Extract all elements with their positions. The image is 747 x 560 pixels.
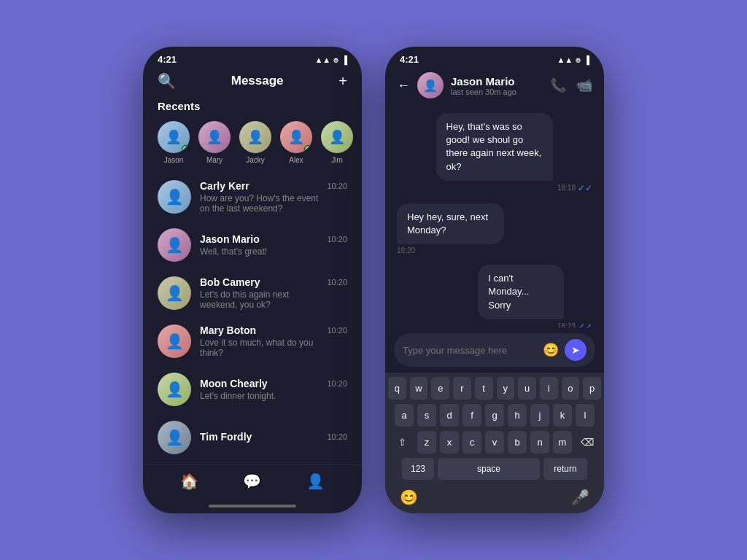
recent-avatar-mary: 👤 [198,121,231,153]
key-r[interactable]: r [453,377,471,400]
wifi-icon: ⌾ [576,55,581,64]
key-space[interactable]: space [438,458,540,480]
key-j[interactable]: j [530,404,549,427]
key-m[interactable]: m [553,431,572,454]
home-indicator [209,505,296,508]
conv-avatar: 👤 [158,180,191,214]
conv-time: 10:20 [327,278,347,287]
input-area: 😊 ➤ [385,327,604,373]
recent-avatar-jacky: 👤 [239,121,271,153]
key-l[interactable]: l [576,404,595,427]
conv-item-tim[interactable]: 👤 Tim Fordly 10:20 [143,413,362,462]
chat-header-info: Jason Mario last seen 30m ago [451,75,543,96]
add-icon[interactable]: + [338,73,347,90]
battery-icon: ▐ [584,55,589,64]
back-button[interactable]: ← [397,78,410,93]
send-button[interactable]: ➤ [565,339,587,361]
key-g[interactable]: g [485,404,504,427]
call-icon[interactable]: 📞 [550,77,566,93]
message-bubble: Hey, that's was so good! we shoul go the… [436,113,554,181]
chat-contact-name: Jason Mario [451,75,543,88]
conv-item-bob[interactable]: 👤 Bob Camery 10:20 Let's do this again n… [143,269,362,317]
wifi-icon: ⌾ [333,55,338,64]
search-icon[interactable]: 🔍 [158,72,176,90]
bottom-nav: 🏠 💬 👤 [143,464,362,505]
recent-item[interactable]: 👤 Mary [198,121,231,164]
video-icon[interactable]: 📹 [576,77,592,93]
message-nav-icon[interactable]: 💬 [243,472,261,490]
key-o[interactable]: o [562,377,580,400]
key-y[interactable]: y [497,377,515,400]
conv-name: Jason Mario [200,233,260,245]
key-u[interactable]: u [518,377,536,400]
chat-header-avatar: 👤 [417,72,444,98]
key-z[interactable]: z [417,431,436,454]
recent-name: Jacky [246,156,265,164]
chat-messages: Hey, that's was so good! we shoul go the… [385,106,604,327]
keyboard[interactable]: q w e r t y u i o p a s d f g h j k l ⇧ … [385,373,604,513]
key-n[interactable]: n [530,431,549,454]
key-backspace[interactable]: ⌫ [576,431,599,454]
conv-item-carly[interactable]: 👤 Carly Kerr 10:20 How are you? How's th… [143,173,362,221]
key-p[interactable]: p [583,377,601,400]
key-return[interactable]: return [543,458,587,480]
left-phone: 4:21 ▲▲ ⌾ ▐ 🔍 Message + Recents 👤 Jason … [143,47,362,513]
recents-scroll: 👤 Jason 👤 Mary 👤 Jacky 👤 Alex [143,118,362,173]
signal-icon: ▲▲ [557,55,573,64]
conv-time: 10:20 [327,182,347,190]
battery-icon: ▐ [341,55,347,64]
key-f[interactable]: f [462,404,481,427]
recent-name: Alex [289,156,303,164]
conversation-list: 👤 Carly Kerr 10:20 How are you? How's th… [143,173,362,464]
chat-header: ← 👤 Jason Mario last seen 30m ago 📞 📹 [385,68,604,106]
message-received-1: Hey hey, sure, next Monday? 18:20 [397,203,540,254]
emoji-button[interactable]: 😊 [543,342,559,358]
key-a[interactable]: a [395,404,414,427]
conv-time: 10:20 [327,379,347,388]
conv-info: Bob Camery 10:20 Let's do this again nex… [200,276,347,310]
conv-item-moon[interactable]: 👤 Moon Chearly 10:20 Let's dinner tonigh… [143,365,362,413]
message-sent-2: I can't Monday... Sorry 18:23 ✓✓ [478,265,592,327]
key-shift[interactable]: ⇧ [390,431,414,454]
key-e[interactable]: e [431,377,449,400]
recent-item[interactable]: 👤 Jason [158,121,190,164]
key-numbers[interactable]: 123 [402,458,434,480]
key-b[interactable]: b [508,431,527,454]
signal-icons-right: ▲▲ ⌾ ▐ [557,55,589,64]
key-k[interactable]: k [553,404,572,427]
conv-avatar: 👤 [158,276,191,310]
recent-item[interactable]: 👤 Jacky [239,121,271,164]
chat-header-actions: 📞 📹 [550,77,592,93]
conv-preview: Love it so much, what do you think? [200,338,324,358]
home-nav-icon[interactable]: 🏠 [180,472,198,490]
key-s[interactable]: s [417,404,436,427]
key-d[interactable]: d [440,404,459,427]
time-right: 4:21 [400,54,419,65]
kb-emoji-icon[interactable]: 😊 [400,489,418,506]
recent-avatar-alex: 👤 [280,121,312,153]
conv-avatar: 👤 [158,373,191,406]
message-input[interactable] [403,345,537,356]
read-receipt: ✓✓ [578,183,592,193]
key-w[interactable]: w [410,377,428,400]
recent-item[interactable]: 👤 Alex [280,121,312,164]
conv-info: Tim Fordly 10:20 [200,431,347,444]
conv-name: Moon Chearly [200,378,268,389]
conv-info: Jason Mario 10:20 Well, that's great! [200,233,347,257]
conv-item-mary[interactable]: 👤 Mary Boton 10:20 Love it so much, what… [143,317,362,365]
recent-name: Jason [164,156,184,164]
key-t[interactable]: t [475,377,493,400]
key-i[interactable]: i [540,377,558,400]
conv-item-jason[interactable]: 👤 Jason Mario 10:20 Well, that's great! [143,221,362,269]
key-x[interactable]: x [440,431,459,454]
time-left: 4:21 [158,54,177,65]
key-h[interactable]: h [508,404,527,427]
profile-nav-icon[interactable]: 👤 [306,472,325,490]
conv-time: 10:20 [327,326,347,335]
key-q[interactable]: q [388,377,406,400]
key-v[interactable]: v [485,431,504,454]
kb-mic-icon[interactable]: 🎤 [571,489,589,506]
key-c[interactable]: c [462,431,481,454]
signal-icon: ▲▲ [314,55,330,64]
recent-item[interactable]: 👤 Jim [321,121,353,164]
